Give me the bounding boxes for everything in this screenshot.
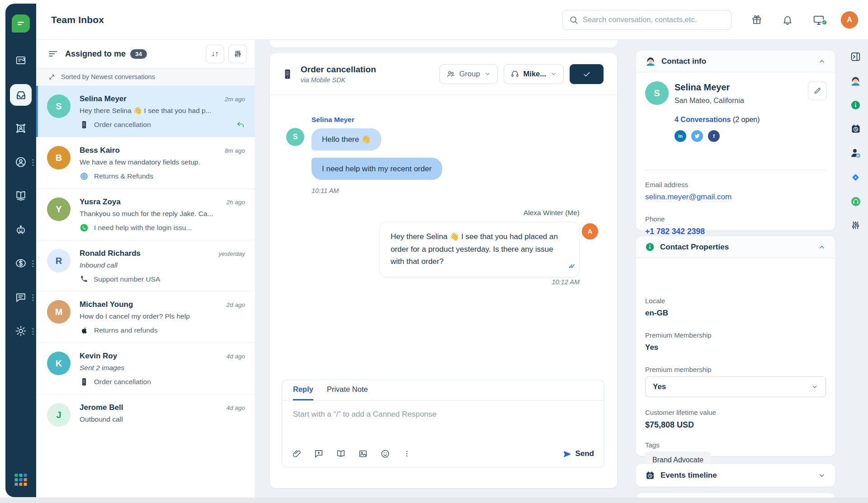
reply-input[interactable] — [293, 410, 593, 441]
contact-properties-shortcut-icon[interactable] — [850, 100, 861, 110]
nav-bot-icon[interactable] — [15, 224, 27, 236]
contact-name: Ronald Richards — [80, 249, 141, 258]
collapse-chevron-icon[interactable] — [818, 57, 826, 66]
nav-campaigns-icon[interactable] — [15, 291, 27, 303]
locale-value: en-GB — [645, 309, 668, 318]
nav-intelliassign-icon[interactable] — [15, 122, 27, 134]
collapse-panel-icon[interactable] — [850, 51, 861, 62]
linkedin-icon[interactable]: in — [675, 130, 686, 142]
global-search[interactable] — [562, 10, 731, 30]
contact-info-header[interactable]: Contact info — [636, 51, 835, 72]
user-admin-widget-icon[interactable] — [850, 147, 861, 159]
contact-location: San Mateo, California — [675, 97, 744, 105]
nav-contacts-icon[interactable] — [15, 156, 27, 168]
left-nav-rail — [5, 4, 36, 497]
paper-plane-icon — [560, 447, 572, 460]
facebook-icon[interactable]: f — [708, 130, 720, 142]
avatar: M — [47, 300, 71, 324]
conversation-row-kevin[interactable]: K Kevin Roy4d ago Sent 2 images Order ca… — [36, 343, 255, 394]
avatar: K — [47, 352, 71, 375]
clv-value: $75,808 USD — [645, 420, 694, 430]
conversation-row-michael[interactable]: M Michael Young2d ago How do I cancel my… — [36, 291, 255, 343]
assign-group-dropdown[interactable]: Group — [439, 64, 498, 84]
edit-contact-button[interactable] — [808, 81, 827, 100]
message-preview: Sent 2 images — [80, 364, 245, 372]
timestamp: 4d ago — [226, 404, 245, 411]
filter-menu-icon[interactable] — [48, 49, 58, 59]
channel-label: Returns & Refunds — [94, 172, 153, 180]
conversations-link[interactable]: 4 Conversations — [675, 116, 731, 123]
bell-icon[interactable] — [782, 14, 793, 25]
assign-agent-dropdown[interactable]: Mike... — [504, 64, 564, 84]
timestamp: 2d ago — [226, 301, 245, 308]
divider — [645, 170, 826, 170]
sorted-by-bar[interactable]: Sorted by Newest conversations — [36, 68, 255, 86]
nav-knowledge-base-icon[interactable] — [15, 189, 27, 202]
customer-avatar: S — [286, 128, 304, 146]
chat-title: Order cancellation — [301, 65, 376, 75]
message-preview: How do I cancel my order? Pls help — [80, 312, 245, 320]
attachment-icon[interactable] — [292, 449, 302, 459]
gift-icon[interactable] — [751, 14, 762, 25]
search-input[interactable] — [583, 15, 725, 24]
message-preview: Thankyou so much for the reply Jake. Ca.… — [80, 210, 245, 218]
emoji-icon[interactable] — [380, 449, 390, 459]
canned-response-icon[interactable] — [314, 449, 324, 459]
premium-membership-select[interactable]: Yes — [645, 376, 826, 397]
nav-dashboard-icon[interactable] — [15, 55, 27, 66]
expand-chevron-icon[interactable] — [818, 471, 826, 479]
assigned-filter-label[interactable]: Assigned to me — [65, 49, 126, 59]
sort-button[interactable]: ↓↑ — [206, 45, 224, 63]
contact-properties-header[interactable]: Contact Properties — [636, 236, 835, 258]
widget-settings-icon[interactable] — [850, 220, 861, 230]
user-avatar[interactable]: A — [841, 11, 858, 28]
monitor-status-icon[interactable]: ✓ — [813, 14, 825, 26]
mobile-sdk-icon — [80, 120, 89, 129]
contact-name: Jerome Bell — [80, 403, 123, 412]
phone-label: Phone — [645, 215, 665, 223]
events-timeline-header[interactable]: Events timeline — [636, 464, 835, 487]
message-timestamp: 10:12 AM — [552, 278, 580, 286]
contact-name: Selina Meyer — [80, 94, 127, 103]
resolve-button[interactable] — [570, 64, 604, 84]
jira-widget-icon[interactable] — [850, 172, 861, 183]
image-icon[interactable] — [358, 449, 368, 459]
message-thread: Selina Meyer S Hello there 👋 I need help… — [270, 95, 617, 371]
apple-channel-icon — [80, 326, 89, 335]
nav-billing-icon[interactable] — [15, 257, 27, 269]
tab-private-note[interactable]: Private Note — [327, 385, 368, 400]
reply-indicator-icon — [236, 120, 245, 129]
conversation-row-selina[interactable]: S Selina Meyer2m ago Hey there Selina 👋 … — [36, 86, 255, 137]
filter-button[interactable] — [228, 45, 247, 63]
nav-settings-icon[interactable] — [15, 325, 27, 337]
horizontal-scrollbar[interactable] — [0, 498, 868, 503]
avatar: S — [47, 94, 71, 118]
send-button[interactable]: Send — [561, 449, 594, 458]
nav-inbox-icon[interactable] — [10, 84, 32, 106]
page-title: Team Inbox — [51, 14, 104, 25]
contact-info-shortcut-icon[interactable] — [850, 75, 861, 87]
twitter-icon[interactable] — [691, 130, 703, 142]
freshchat-logo[interactable] — [12, 14, 30, 33]
conversation-row-yusra[interactable]: Y Yusra Zoya2h ago Thankyou so much for … — [36, 188, 255, 240]
previous-card-stub — [270, 40, 617, 47]
sorted-by-label: Sorted by Newest conversations — [61, 73, 155, 80]
conversation-count-badge: 34 — [130, 49, 147, 59]
premium-membership-label: Premium Membership — [645, 331, 712, 339]
conversation-row-jerome[interactable]: J Jerome Bell4d ago Outbound call — [36, 394, 255, 434]
contact-phone[interactable]: +1 782 342 2398 — [645, 227, 705, 236]
group-icon — [446, 70, 455, 79]
email-label: Email address — [645, 181, 688, 188]
contact-email[interactable]: selina.meyer@gmail.com — [645, 193, 731, 202]
conversation-row-ronald[interactable]: R Ronald Richardsyesterday Inbound call … — [36, 240, 255, 291]
tab-reply[interactable]: Reply — [293, 385, 313, 400]
collapse-chevron-icon[interactable] — [818, 243, 826, 251]
freshdesk-widget-icon[interactable] — [850, 196, 861, 207]
timestamp: 8m ago — [225, 147, 245, 154]
conversation-row-bess[interactable]: B Bess Kairo8m ago We have a few mandato… — [36, 137, 255, 188]
clv-label: Customer lifetime value — [645, 409, 716, 416]
more-options-icon[interactable] — [402, 449, 411, 458]
knowledge-base-icon[interactable] — [336, 449, 346, 459]
events-timeline-shortcut-icon[interactable] — [850, 123, 861, 134]
apps-switcher-icon[interactable] — [15, 474, 27, 486]
